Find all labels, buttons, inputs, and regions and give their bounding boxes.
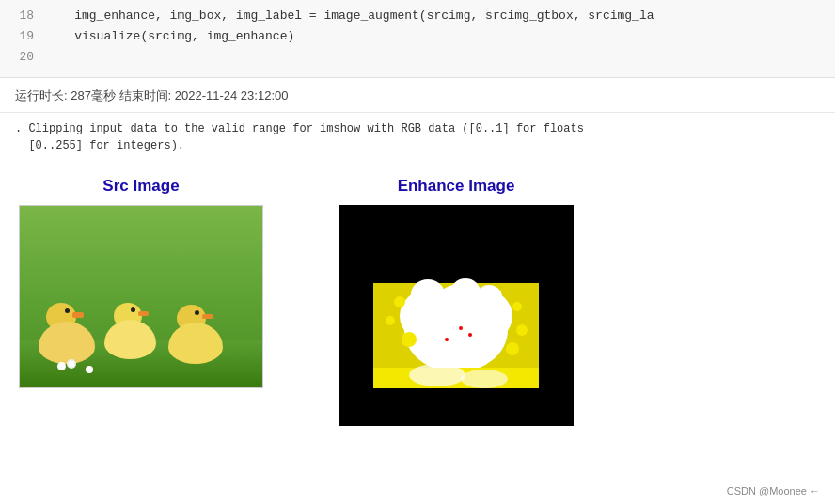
src-image-container: Src Image <box>19 177 263 388</box>
duck-3-body <box>168 323 223 364</box>
svg-point-11 <box>402 332 417 347</box>
src-image-box <box>19 205 263 388</box>
svg-point-20 <box>461 370 508 388</box>
code-line-20: 20 <box>0 49 835 70</box>
svg-point-7 <box>450 278 481 307</box>
enhanced-image-title: Enhance Image <box>398 177 515 196</box>
enhanced-svg <box>362 227 550 405</box>
svg-point-9 <box>394 296 405 307</box>
svg-rect-23 <box>539 227 550 405</box>
duck-3 <box>168 323 223 364</box>
line-number-20: 20 <box>0 50 45 64</box>
svg-point-12 <box>506 342 519 355</box>
svg-rect-21 <box>362 227 550 278</box>
svg-rect-22 <box>362 227 373 405</box>
duck-2-eye <box>131 307 135 312</box>
runtime-section: 运行时长: 287毫秒 结束时间: 2022-11-24 23:12:00 <box>0 78 835 113</box>
src-image-title: Src Image <box>102 177 179 196</box>
output-line-2: [0..255] for integers). <box>15 137 820 154</box>
line-number-19: 19 <box>0 29 45 43</box>
svg-point-17 <box>445 338 449 341</box>
duck-scene <box>20 206 262 387</box>
duck-2 <box>104 320 156 359</box>
duck-2-beak <box>138 311 149 316</box>
footer-watermark: CSDN @Moonee ← <box>727 485 820 496</box>
flower-2 <box>86 366 93 373</box>
line-number-18: 18 <box>0 8 45 23</box>
duck-3-beak <box>202 314 213 319</box>
flower-1 <box>67 359 76 369</box>
images-section: Src Image <box>0 162 835 441</box>
enhanced-image-container: Enhance Image <box>339 177 574 426</box>
runtime-text: 运行时长: 287毫秒 结束时间: 2022-11-24 23:12:00 <box>15 88 288 102</box>
enhanced-inner <box>362 227 550 405</box>
svg-point-16 <box>468 333 472 337</box>
svg-point-10 <box>512 302 522 311</box>
code-section: 18 img_enhance, img_box, img_label = ima… <box>0 0 835 78</box>
duck-1-eye <box>65 308 70 313</box>
duck-2-body <box>104 320 156 359</box>
svg-point-19 <box>409 364 465 386</box>
svg-point-14 <box>516 324 528 336</box>
duck-1 <box>39 322 95 364</box>
duck-3-eye <box>195 310 199 315</box>
output-line-1: . Clipping input data to the valid range… <box>15 120 820 137</box>
code-line-19: 19 visualize(srcimg, img_enhance) <box>0 28 835 49</box>
duck-1-beak <box>72 312 84 318</box>
svg-rect-24 <box>362 388 550 405</box>
flower-3 <box>57 362 66 370</box>
code-content-19: visualize(srcimg, img_enhance) <box>45 29 294 43</box>
svg-point-6 <box>411 279 445 309</box>
code-line-18: 18 img_enhance, img_box, img_label = ima… <box>0 8 835 28</box>
duck-1-body <box>39 322 95 364</box>
svg-point-8 <box>476 285 502 309</box>
svg-point-13 <box>386 316 395 325</box>
svg-point-15 <box>459 326 463 330</box>
code-content-18: img_enhance, img_box, img_label = image_… <box>45 8 654 23</box>
output-section: . Clipping input data to the valid range… <box>0 113 835 162</box>
enhanced-image-wrapper <box>339 205 574 426</box>
